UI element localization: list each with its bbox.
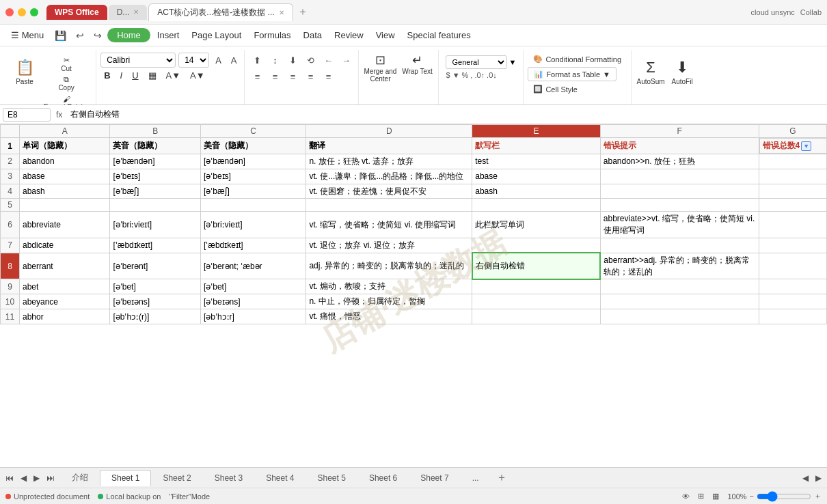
align-left-button[interactable]: ≡ [249,69,265,84]
sheet-tab-intro[interactable]: 介绍 [60,468,100,487]
cell-a6[interactable]: abbreviate [20,212,110,238]
cut-button[interactable]: ✂ Cut [41,55,92,73]
cell-a9[interactable]: abet [20,279,110,294]
cell-d9[interactable]: vt. 煽动，教唆；支持 [306,279,472,294]
cell-e8[interactable]: 右侧自动检错 [472,253,601,279]
sheet-tab-1[interactable]: Sheet 1 [100,470,151,486]
special-menu[interactable]: Special features [402,27,476,43]
minimize-button[interactable] [18,8,26,16]
cell-f11[interactable] [600,309,759,324]
cell-a8[interactable]: aberrant [20,253,110,279]
cell-d11[interactable]: vt. 痛恨，憎恶 [306,309,472,324]
cell-f8[interactable]: aberrant>>adj. 异常的；畸变的；脱离常轨的；迷乱的 [600,253,759,279]
view-page-icon[interactable]: ⊞ [698,492,704,501]
cell-a1[interactable]: 单词（隐藏） [20,138,110,154]
cell-g5[interactable] [759,199,826,212]
sheet-area[interactable]: 店铺·迷楼数据 A B C [0,124,827,467]
cell-b8[interactable]: [əˈberənt] [110,253,200,279]
col-header-b[interactable]: B [110,125,200,138]
cell-e4[interactable]: abash [472,184,601,199]
home-menu[interactable]: Home [107,28,150,42]
sheet-scroll-right[interactable]: ▶ [813,472,824,484]
cell-g2[interactable] [759,154,826,169]
undo-button[interactable]: ↩ [72,27,88,44]
col-header-f[interactable]: F [600,125,759,138]
sheet-tab-7[interactable]: Sheet 7 [409,470,460,486]
fill-color-button[interactable]: A▼ [163,69,185,82]
formula-input[interactable] [68,109,824,121]
autosum-button[interactable]: Σ AutoSum [636,53,666,92]
align-right-button[interactable]: ≡ [284,69,301,84]
cell-c9[interactable]: [əˈbet] [200,279,306,294]
col-header-e[interactable]: E [472,125,601,138]
font-decrease-button[interactable]: A [228,54,241,67]
tab-d-close[interactable]: ✕ [133,8,139,16]
cell-g10[interactable] [759,294,826,309]
cell-f5[interactable] [600,199,759,212]
distribute-button[interactable]: ≡ [320,69,336,84]
cell-d4[interactable]: vt. 使困窘；使差愧；使局促不安 [306,184,472,199]
sheet-tab-3[interactable]: Sheet 3 [203,470,254,486]
text-direction-button[interactable]: ⟲ [302,53,318,68]
cell-e2[interactable]: test [472,154,601,169]
cell-d8[interactable]: adj. 异常的；畸变的；脱离常轨的；迷乱的 [306,253,472,279]
cell-g6[interactable] [759,212,826,238]
cell-d2[interactable]: n. 放任；狂热 vt. 遗弃；放弃 [306,154,472,169]
cell-ref-input[interactable] [3,108,51,122]
tab-d[interactable]: D... ✕ [109,5,148,20]
sheet-tab-2[interactable]: Sheet 2 [151,470,202,486]
add-sheet-button[interactable]: ＋ [491,469,513,486]
number-format-select[interactable]: General [446,55,507,69]
cell-style-button[interactable]: 🔲 Cell Style [528,83,582,96]
currency-button[interactable]: $ ▼ [446,71,459,79]
align-center-button[interactable]: ≡ [267,69,283,84]
cell-a7[interactable]: abdicate [20,238,110,253]
cell-f3[interactable] [600,169,759,184]
cell-b10[interactable]: [əˈbeɪəns] [110,294,200,309]
cell-a5[interactable] [20,199,110,212]
cell-a2[interactable]: abandon [20,154,110,169]
col-header-d[interactable]: D [306,125,472,138]
comma-button[interactable]: , [470,71,472,79]
sheet-nav-prev[interactable]: ◀ [18,472,29,484]
indent-decrease-button[interactable]: ← [320,53,336,68]
sheet-tab-ellipsis[interactable]: ... [461,470,491,486]
font-increase-button[interactable]: A [212,54,225,67]
cell-c10[interactable]: [əˈbeɪəns] [200,294,306,309]
cell-e7[interactable] [472,238,601,253]
cell-d6[interactable]: vt. 缩写，使省略；使简短 vi. 使用缩写词 [306,212,472,238]
bold-button[interactable]: B [100,69,113,82]
merge-center-button[interactable]: ⊡ Merge and Center [363,53,397,83]
review-menu[interactable]: Review [329,27,369,43]
font-size-select[interactable]: 14 [178,53,209,68]
wps-logo-tab[interactable]: WPS Office [46,5,107,20]
formulas-menu[interactable]: Formulas [248,27,296,43]
page-layout-menu[interactable]: Page Layout [186,27,247,43]
col-header-a[interactable]: A [20,125,110,138]
cell-e1[interactable]: 默写栏 [472,138,601,154]
cell-c6[interactable]: [əˈbriːvieɪt] [200,212,306,238]
redo-button[interactable]: ↪ [90,27,106,44]
decimal-increase-button[interactable]: .0↑ [474,71,485,79]
zoom-slider[interactable] [757,491,811,502]
cell-b11[interactable]: [əbˈhɔː(r)] [110,309,200,324]
underline-button[interactable]: U [128,69,141,82]
view-menu[interactable]: View [370,27,401,43]
maximize-button[interactable] [30,8,38,16]
autofill-button[interactable]: ⬇ AutoFil [667,53,697,92]
cell-d3[interactable]: vt. 使...谦卑；降低...的品格；降低...的地位 [306,169,472,184]
cell-a3[interactable]: abase [20,169,110,184]
tab-act-close[interactable]: ✕ [279,9,284,16]
cell-b2[interactable]: [əˈbændən] [110,154,200,169]
cell-b6[interactable]: [əˈbriːvieɪt] [110,212,200,238]
cell-f7[interactable] [600,238,759,253]
copy-button[interactable]: ⧉ Copy [41,74,92,92]
cell-a11[interactable]: abhor [20,309,110,324]
cell-e11[interactable] [472,309,601,324]
align-top-button[interactable]: ⬆ [249,53,265,68]
cell-f1[interactable]: 错误提示 [600,138,759,154]
decimal-decrease-button[interactable]: .0↓ [487,71,497,79]
number-format-dropdown[interactable]: ▼ [509,58,516,66]
cell-c4[interactable]: [əˈbæʃ] [200,184,306,199]
cell-b3[interactable]: [əˈbeɪs] [110,169,200,184]
